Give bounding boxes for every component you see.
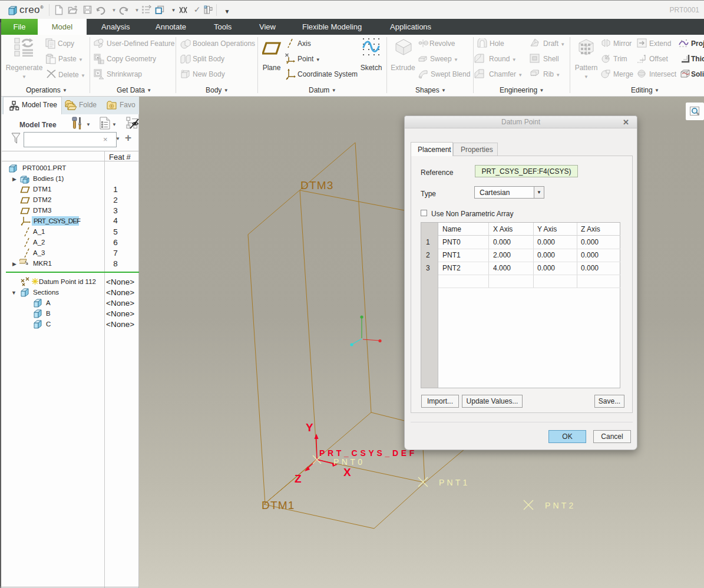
svg-text:X: X	[343, 466, 351, 478]
svg-text:PNT1: PNT1	[439, 478, 470, 487]
svg-text:DTM1: DTM1	[262, 499, 295, 511]
svg-text:PNT0: PNT0	[333, 457, 365, 467]
svg-text:DTM3: DTM3	[300, 179, 334, 191]
svg-text:Y: Y	[306, 421, 313, 434]
svg-text:PNT2: PNT2	[545, 501, 576, 510]
svg-text:Z: Z	[295, 473, 302, 485]
svg-text:PRT_CSYS_DEF: PRT_CSYS_DEF	[319, 448, 417, 458]
